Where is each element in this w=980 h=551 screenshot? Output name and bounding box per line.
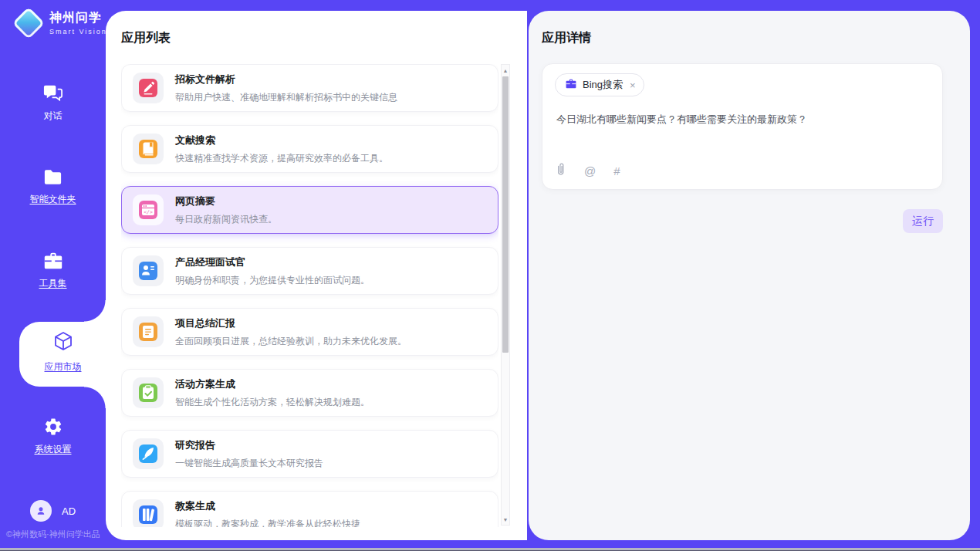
edit-doc-icon: [133, 73, 164, 103]
run-button[interactable]: 运行: [903, 209, 943, 233]
query-editor-card: Bing搜索 × 今日湖北有哪些新闻要点？有哪些需要关注的最新政策？ @ #: [542, 63, 943, 190]
app-detail-title: 应用详情: [542, 30, 591, 46]
briefcase-icon: [565, 78, 577, 92]
tab-fillet-bottom: [84, 387, 106, 408]
app-card-web-summary[interactable]: </> 网页摘要 每日政府新闻资讯快查。: [121, 186, 498, 234]
app-card-desc: 明确身份和职责，为您提供专业性的面试问题。: [175, 274, 370, 287]
sidebar-item-smart-folder[interactable]: 智能文件夹: [0, 167, 106, 206]
app-card-bid-doc-analysis[interactable]: 招标文件解析 帮助用户快速、准确地理解和解析招标书中的关键信息: [121, 64, 498, 112]
app-card-desc: 快速精准查找学术资源，提高研究效率的必备工具。: [175, 152, 388, 165]
scrollbar-thumb[interactable]: [502, 76, 509, 353]
sidebar-item-label: 对话: [44, 110, 63, 123]
tool-tag-label: Bing搜索: [583, 78, 623, 92]
svg-text:</>: </>: [144, 209, 153, 215]
cube-icon: [52, 330, 74, 355]
avatar: [30, 500, 52, 522]
app-card-name: 产品经理面试官: [175, 255, 370, 269]
interviewer-icon: [133, 255, 164, 286]
editor-toolbar: @ #: [555, 162, 620, 179]
app-card-name: 文献搜索: [175, 134, 388, 147]
app-card-pm-interviewer[interactable]: 产品经理面试官 明确身份和职责，为您提供专业性的面试问题。: [121, 247, 498, 295]
app-card-name: 研究报告: [175, 438, 323, 452]
app-card-desc: 每日政府新闻资讯快查。: [175, 213, 277, 226]
tool-tag-bing-search[interactable]: Bing搜索 ×: [555, 73, 644, 96]
app-detail-panel: 应用详情 Bing搜索 × 今日湖北有哪些新闻要点？有哪些需要关注的最新政策？: [529, 11, 970, 540]
sidebar-item-label: 智能文件夹: [30, 193, 76, 206]
app-list-panel: 应用列表 招标文件解析 帮助用户快速、准确地理解和解析招标书中的关键信息: [106, 11, 527, 540]
paperclip-icon[interactable]: [555, 162, 566, 179]
folder-icon: [42, 167, 63, 187]
app-card-desc: 全面回顾项目进展，总结经验教训，助力未来优化发展。: [175, 335, 407, 348]
sidebar-item-toolset[interactable]: 工具集: [0, 251, 106, 290]
app-card-desc: 一键智能生成高质量长文本研究报告: [175, 457, 323, 470]
app-card-name: 项目总结汇报: [175, 316, 407, 330]
topic-icon[interactable]: #: [613, 164, 620, 177]
chat-icon: [42, 83, 63, 103]
app-window: 神州问学 Smart Vision 对话 智能文件夹 工具集: [0, 0, 980, 551]
sidebar-item-label: 应用市场: [45, 360, 82, 374]
toolbox-icon: [42, 251, 64, 271]
browser-code-icon: </>: [133, 194, 164, 225]
app-card-research-report[interactable]: 研究报告 一键智能生成高质量长文本研究报告: [121, 430, 498, 478]
brand-logo: 神州问学 Smart Vision: [11, 10, 107, 35]
app-list-scrollbar[interactable]: ▲ ▼: [501, 64, 510, 526]
app-card-name: 招标文件解析: [175, 73, 397, 86]
copyright-text: ©神州数码·神州问学出品: [6, 529, 100, 540]
scroll-up-icon[interactable]: ▲: [502, 65, 509, 76]
query-text-input[interactable]: 今日湖北有哪些新闻要点？有哪些需要关注的最新政策？: [556, 112, 927, 127]
sidebar-item-chat[interactable]: 对话: [0, 83, 106, 123]
app-card-event-plan[interactable]: 活动方案生成 智能生成个性化活动方案，轻松解决规划难题。: [121, 369, 498, 417]
brand-tagline: Smart Vision: [49, 28, 107, 35]
books-icon: [133, 499, 164, 527]
sidebar-item-settings[interactable]: 系统设置: [0, 417, 106, 456]
app-card-project-summary[interactable]: 项目总结汇报 全面回顾项目进展，总结经验教训，助力未来优化发展。: [121, 308, 498, 356]
mention-icon[interactable]: @: [584, 164, 596, 177]
app-card-desc: 模板驱动，教案秒成，教学准备从此轻松快捷: [175, 518, 360, 528]
book-icon: [133, 134, 164, 164]
notes-icon: [133, 316, 164, 347]
app-card-desc: 智能生成个性化活动方案，轻松解决规划难题。: [175, 396, 370, 409]
app-card-name: 活动方案生成: [175, 377, 370, 391]
app-card-desc: 帮助用户快速、准确地理解和解析招标书中的关键信息: [175, 91, 397, 104]
diamond-logo-icon: [12, 6, 45, 39]
app-card-list: 招标文件解析 帮助用户快速、准确地理解和解析招标书中的关键信息 文献搜索 快速精…: [121, 64, 498, 527]
gear-icon: [43, 417, 63, 437]
sidebar-item-label: 工具集: [39, 277, 67, 290]
quill-icon: [133, 438, 164, 469]
user-account[interactable]: AD: [30, 500, 76, 522]
app-card-lesson-plan[interactable]: 教案生成 模板驱动，教案秒成，教学准备从此轻松快捷: [121, 491, 498, 527]
sidebar-item-app-market[interactable]: 应用市场: [19, 330, 106, 374]
brand-name: 神州问学: [49, 10, 107, 26]
tag-close-icon[interactable]: ×: [630, 79, 636, 91]
user-name: AD: [62, 505, 76, 517]
app-list-title: 应用列表: [121, 30, 171, 46]
app-card-name: 教案生成: [175, 499, 360, 513]
clipboard-check-icon: [133, 377, 164, 408]
app-card-literature-search[interactable]: 文献搜索 快速精准查找学术资源，提高研究效率的必备工具。: [121, 125, 498, 173]
scroll-down-icon[interactable]: ▼: [502, 514, 509, 525]
sidebar-item-label: 系统设置: [35, 443, 72, 456]
tab-fillet-top: [84, 300, 106, 322]
app-card-name: 网页摘要: [175, 194, 277, 208]
